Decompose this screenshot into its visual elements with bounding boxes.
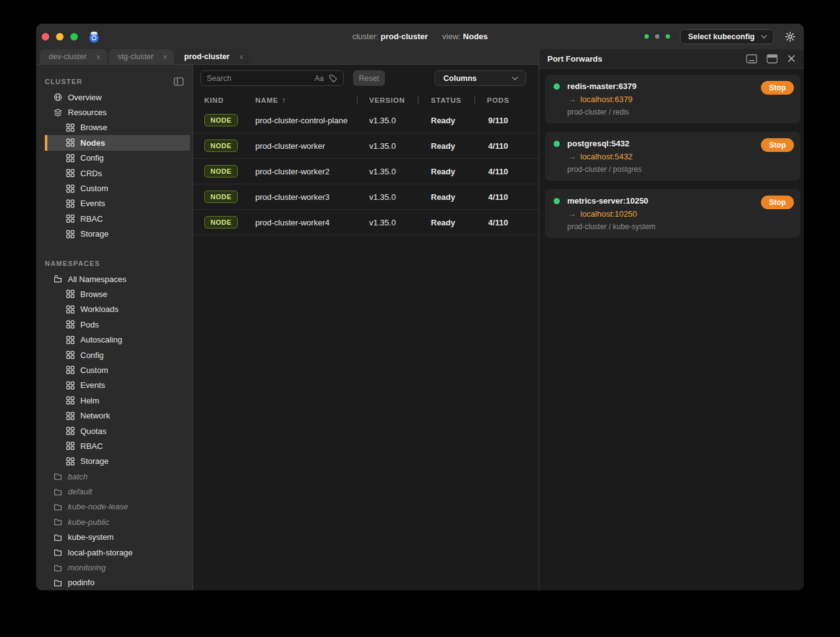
sidebar-item-ns-batch[interactable]: batch xyxy=(36,469,192,484)
node-name: prod-cluster-worker4 xyxy=(255,218,357,227)
close-panel-icon[interactable] xyxy=(787,54,796,63)
cluster-section-header: CLUSTER xyxy=(36,73,192,90)
sidebar-item-ns-config[interactable]: Config xyxy=(36,347,192,362)
desktop-background: cluster: prod-cluster view: Nodes Select… xyxy=(0,0,840,637)
tab-close-icon[interactable]: x xyxy=(97,53,100,60)
globe-icon xyxy=(54,93,62,101)
column-header-version[interactable]: VERSION xyxy=(357,97,418,104)
tab-prod-cluster[interactable]: prod-cluster x xyxy=(176,49,250,64)
open-window-icon[interactable] xyxy=(767,54,778,64)
grid-icon xyxy=(66,336,75,344)
grid-icon xyxy=(66,381,75,390)
tab-close-icon[interactable]: x xyxy=(240,53,243,60)
folder-icon xyxy=(54,548,62,557)
localhost-link[interactable]: localhost:5432 xyxy=(580,152,633,161)
arrow-right-icon: → xyxy=(568,95,576,104)
sidebar-item-ns-monitoring[interactable]: monitoring xyxy=(36,560,192,575)
column-header-kind[interactable]: KIND xyxy=(204,97,255,104)
table-row-control-plane[interactable]: NODE prod-cluster-control-plane v1.35.0 … xyxy=(193,108,539,133)
sidebar-item-events[interactable]: Events xyxy=(36,196,192,211)
forward-context: prod-cluster / kube-system xyxy=(567,222,791,231)
node-pods: 4/110 xyxy=(475,218,539,227)
sidebar-item-pods[interactable]: Pods xyxy=(36,317,192,332)
grid-icon xyxy=(66,123,75,132)
sidebar-item-ns-local-path-storage[interactable]: local-path-storage xyxy=(36,545,192,560)
zoom-window-button[interactable] xyxy=(70,33,78,40)
chevron-down-icon xyxy=(512,77,518,80)
sidebar-item-nodes[interactable]: Nodes xyxy=(45,135,190,150)
port-forwards-list: redis-master:6379 → localhost:6379 prod-… xyxy=(539,68,804,590)
sidebar-item-ns-kube-node-lease[interactable]: kube-node-lease xyxy=(36,499,192,514)
column-header-pods[interactable]: PODS xyxy=(475,97,539,104)
sidebar-item-workloads[interactable]: Workloads xyxy=(36,302,192,317)
sidebar-item-rbac[interactable]: RBAC xyxy=(36,211,192,226)
node-name: prod-cluster-worker3 xyxy=(255,192,357,202)
node-pods: 4/110 xyxy=(475,192,539,202)
stop-button[interactable]: Stop xyxy=(761,81,794,95)
title-cluster-label: cluster: xyxy=(352,32,379,41)
label-filter-icon[interactable] xyxy=(329,74,337,83)
sidebar-item-ns-kube-system[interactable]: kube-system xyxy=(36,530,192,545)
table-row-worker[interactable]: NODE prod-cluster-worker v1.35.0 Ready 4… xyxy=(193,133,539,159)
tab-dev-cluster[interactable]: dev-cluster x xyxy=(40,49,107,64)
sidebar-item-ns-browse[interactable]: Browse xyxy=(36,286,192,301)
node-version: v1.35.0 xyxy=(357,141,418,151)
stop-button[interactable]: Stop xyxy=(761,196,794,209)
grid-icon xyxy=(66,427,75,435)
minimize-window-button[interactable] xyxy=(56,33,64,40)
app-window: cluster: prod-cluster view: Nodes Select… xyxy=(36,24,804,590)
grid-icon xyxy=(66,351,75,359)
titlebar: cluster: prod-cluster view: Nodes Select… xyxy=(36,24,804,49)
stop-button[interactable]: Stop xyxy=(761,138,794,152)
sidebar-item-ns-custom[interactable]: Custom xyxy=(36,362,192,377)
sidebar-item-ns-storage[interactable]: Storage xyxy=(36,454,192,469)
columns-dropdown[interactable]: Columns xyxy=(435,70,526,86)
sidebar-item-all-namespaces[interactable]: All Namespaces xyxy=(36,271,192,286)
title-cluster-value: prod-cluster xyxy=(380,32,428,41)
sidebar-item-browse[interactable]: Browse xyxy=(36,120,192,135)
sidebar-collapse-icon[interactable] xyxy=(174,77,184,86)
table-row-worker4[interactable]: NODE prod-cluster-worker4 v1.35.0 Ready … xyxy=(193,210,539,235)
localhost-link[interactable]: localhost:10250 xyxy=(580,209,637,219)
sidebar-item-ns-rbac[interactable]: RBAC xyxy=(36,438,192,453)
tab-close-icon[interactable]: x xyxy=(163,53,167,60)
reset-button[interactable]: Reset xyxy=(353,70,385,86)
sidebar-item-quotas[interactable]: Quotas xyxy=(36,423,192,438)
sidebar-item-config[interactable]: Config xyxy=(36,151,192,166)
match-case-toggle[interactable]: Aa xyxy=(314,74,324,83)
search-input[interactable] xyxy=(207,74,309,83)
settings-gear-icon[interactable] xyxy=(785,31,796,42)
sidebar-item-ns-kube-public[interactable]: kube-public xyxy=(36,514,192,529)
sidebar-item-ns-events[interactable]: Events xyxy=(36,378,192,393)
node-status: Ready xyxy=(418,192,475,202)
forward-context: prod-cluster / redis xyxy=(567,108,791,116)
grid-icon xyxy=(66,320,75,329)
grid-icon xyxy=(66,396,75,405)
tab-bar: dev-cluster x stg-cluster x prod-cluster… xyxy=(36,49,539,65)
sidebar-item-crds[interactable]: CRDs xyxy=(36,166,192,181)
sidebar-item-custom[interactable]: Custom xyxy=(36,181,192,196)
table-row-worker2[interactable]: NODE prod-cluster-worker2 v1.35.0 Ready … xyxy=(193,159,539,184)
sidebar-item-resources[interactable]: Resources xyxy=(36,105,192,120)
sidebar-item-ns-podinfo[interactable]: podinfo xyxy=(36,575,192,590)
column-header-name[interactable]: NAME↑ xyxy=(255,97,357,104)
port-forward-card-metrics-server: metrics-server:10250 → localhost:10250 p… xyxy=(545,189,800,238)
dock-bottom-icon[interactable] xyxy=(746,54,757,64)
folder-icon xyxy=(54,488,62,496)
table-row-worker3[interactable]: NODE prod-cluster-worker3 v1.35.0 Ready … xyxy=(193,184,539,210)
tab-stg-cluster[interactable]: stg-cluster x xyxy=(109,49,174,64)
grid-icon xyxy=(66,441,75,450)
sidebar-item-network[interactable]: Network xyxy=(36,408,192,423)
kind-badge: NODE xyxy=(204,216,238,229)
sidebar-item-ns-default[interactable]: default xyxy=(36,484,192,499)
sidebar-item-helm[interactable]: Helm xyxy=(36,393,192,408)
forward-name: redis-master:6379 xyxy=(567,82,636,91)
sidebar-item-autoscaling[interactable]: Autoscaling xyxy=(36,332,192,347)
folder-icon xyxy=(54,472,62,481)
close-window-button[interactable] xyxy=(42,33,49,40)
sidebar-item-overview[interactable]: Overview xyxy=(36,90,192,105)
column-header-status[interactable]: STATUS xyxy=(418,97,475,104)
localhost-link[interactable]: localhost:6379 xyxy=(580,95,633,104)
select-kubeconfig-dropdown[interactable]: Select kubeconfig xyxy=(680,29,774,44)
sidebar-item-storage[interactable]: Storage xyxy=(36,227,192,242)
